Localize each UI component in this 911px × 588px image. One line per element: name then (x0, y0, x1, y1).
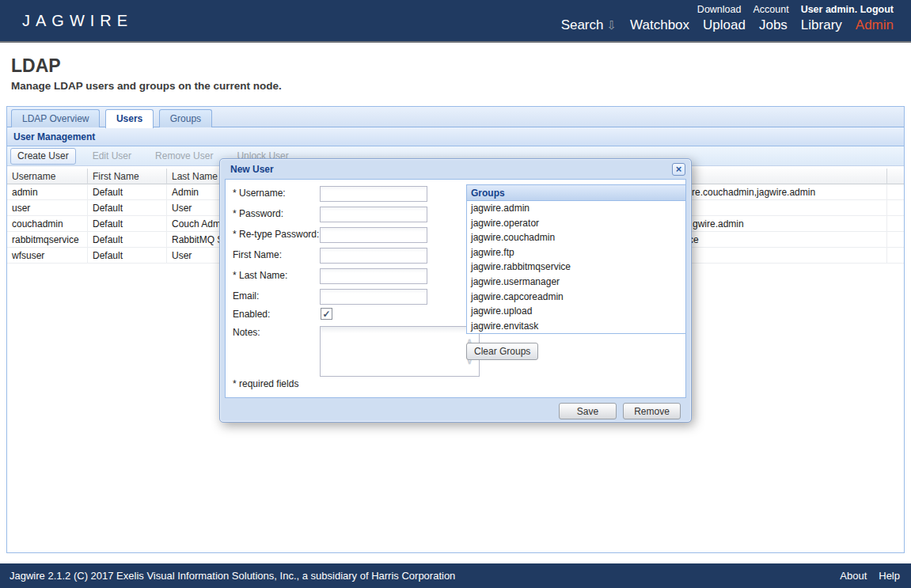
column-header-first-name[interactable]: First Name (88, 169, 167, 184)
cell-spacer (887, 248, 904, 264)
tab-ldap-overview[interactable]: LDAP Overview (11, 109, 100, 127)
cell-first-name: Default (88, 232, 167, 248)
retype-password-field[interactable] (320, 227, 427, 243)
tab-groups[interactable]: Groups (159, 109, 212, 127)
cell-username: admin (7, 184, 88, 200)
group-item[interactable]: jagwire.couchadmin (467, 230, 685, 245)
dialog-title: New User (230, 164, 274, 175)
cell-spacer (887, 184, 904, 200)
email-field[interactable] (320, 289, 427, 305)
secondary-nav: Download Account User admin. Logout (697, 4, 894, 15)
page-subtitle: Manage LDAP users and groups on the curr… (11, 80, 282, 92)
password-field[interactable] (320, 207, 427, 222)
nav-link-library[interactable]: Library (801, 17, 842, 33)
cell-username: couchadmin (7, 216, 88, 232)
cell-spacer (887, 200, 904, 216)
cell-username: wfsuser (7, 248, 88, 264)
cell-username: rabbitmqservice (7, 232, 88, 248)
first-name-field[interactable] (320, 248, 427, 264)
jagwire-logo: JAGWIRE (22, 12, 133, 30)
create-user-button[interactable]: Create User (10, 148, 76, 165)
footer-copyright: Jagwire 2.1.2 (C) 2017 Exelis Visual Inf… (9, 570, 455, 582)
group-item[interactable]: jagwire.ftp (467, 245, 685, 260)
retype-password-label: * Re-type Password: (233, 229, 319, 240)
user-management-header: User Management (7, 127, 904, 146)
first-name-label: First Name: (233, 249, 282, 260)
group-item[interactable]: jagwire.capcoreadmin (467, 290, 685, 305)
nav-link-account[interactable]: Account (753, 4, 788, 15)
nav-link-search[interactable]: Search⇩ (561, 17, 617, 33)
tab-users[interactable]: Users (105, 109, 154, 128)
cell-first-name: Default (88, 248, 167, 264)
footer-link-help[interactable]: Help (879, 570, 900, 582)
required-fields-note: * required fields (233, 378, 298, 389)
nav-link-upload[interactable]: Upload (703, 17, 746, 33)
column-header-username[interactable]: Username (7, 169, 88, 184)
nav-link-admin[interactable]: Admin (856, 17, 894, 33)
group-item[interactable]: jagwire.upload (467, 304, 685, 319)
cell-first-name: Default (88, 200, 167, 216)
nav-link-jobs[interactable]: Jobs (759, 17, 788, 33)
close-icon[interactable]: × (672, 163, 685, 176)
group-item[interactable]: jagwire.operator (467, 216, 685, 231)
group-item[interactable]: jagwire.usermanager (467, 275, 685, 290)
enabled-checkbox[interactable]: ✓ (321, 308, 332, 320)
page-title: LDAP (11, 55, 61, 77)
footer-links: About Help (840, 570, 900, 582)
cell-spacer (887, 216, 904, 232)
edit-user-button: Edit User (85, 148, 139, 165)
notes-label: Notes: (233, 327, 260, 338)
top-nav-bar: JAGWIRE Download Account User admin. Log… (0, 0, 911, 43)
remove-button[interactable]: Remove (623, 403, 681, 419)
username-label: * Username: (233, 188, 286, 199)
cell-username: user (7, 200, 88, 216)
groups-panel-header: Groups (467, 185, 685, 201)
footer-link-about[interactable]: About (840, 570, 867, 582)
username-field[interactable] (320, 186, 427, 202)
footer-bar: Jagwire 2.1.2 (C) 2017 Exelis Visual Inf… (0, 563, 911, 588)
cell-groups-text: re.couchadmin,jagwire.admin (692, 184, 815, 200)
nav-link-watchbox[interactable]: Watchbox (630, 17, 689, 33)
search-dropdown-arrow-icon: ⇩ (607, 18, 617, 32)
last-name-field[interactable] (320, 268, 427, 284)
enabled-label: Enabled: (233, 309, 270, 320)
email-label: Email: (233, 290, 259, 302)
save-button[interactable]: Save (559, 403, 617, 419)
nav-link-download[interactable]: Download (697, 4, 742, 15)
cell-groups-text: gwire.admin (693, 216, 744, 232)
new-user-dialog: New User × * Username: * Password: * Re-… (219, 158, 692, 423)
dialog-body: * Username: * Password: * Re-type Passwo… (225, 179, 686, 398)
remove-user-button: Remove User (148, 148, 220, 165)
ldap-admin-screen: JAGWIRE Download Account User admin. Log… (0, 0, 911, 588)
group-item[interactable]: jagwire.rabbitmqservice (467, 260, 685, 275)
nav-link-user-logout[interactable]: User admin. Logout (801, 4, 894, 15)
notes-field[interactable] (320, 326, 480, 377)
groups-panel: Groups jagwire.admin jagwire.operator ja… (466, 184, 686, 334)
cell-first-name: Default (88, 184, 167, 200)
last-name-label: * Last Name: (233, 270, 287, 281)
tab-strip: LDAP Overview Users Groups (7, 107, 904, 127)
clear-groups-button[interactable]: Clear Groups (466, 343, 538, 360)
cell-first-name: Default (88, 216, 167, 232)
primary-nav: Search⇩ Watchbox Upload Jobs Library Adm… (561, 17, 894, 33)
password-label: * Password: (233, 208, 283, 219)
group-item[interactable]: jagwire.envitask (467, 319, 685, 334)
cell-spacer (887, 232, 904, 248)
column-header-spacer (887, 169, 904, 184)
group-item[interactable]: jagwire.admin (467, 201, 685, 216)
